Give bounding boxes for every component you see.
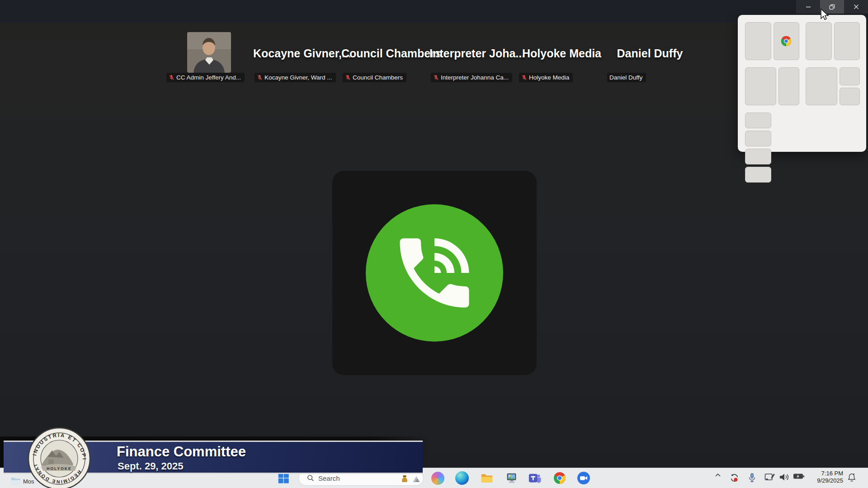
avatar <box>187 32 231 73</box>
muted-mic-icon <box>345 75 351 80</box>
snap-layout-cell[interactable] <box>745 167 771 183</box>
participant-display-name: Interpreter Joha... <box>429 47 518 60</box>
meeting-date: Sept. 29, 2025 <box>118 460 184 472</box>
tray-hidden-icons-button[interactable] <box>713 473 722 477</box>
edge-app-icon[interactable] <box>455 471 469 485</box>
clock-date: 9/29/2025 <box>810 477 843 484</box>
muted-mic-icon <box>433 75 439 80</box>
snap-layout-left-plus-stack <box>806 67 860 105</box>
participant-nametag-label: Council Chambers <box>353 74 403 81</box>
city-seal: INDUSTRIA ET COPIA REGIMINE DONATA HOLYO… <box>28 427 91 488</box>
participant-tile[interactable]: Daniel Duffy Daniel Duffy <box>606 30 694 80</box>
window-controls <box>796 0 868 14</box>
tray-sync-record-icon[interactable] <box>729 473 740 483</box>
participant-tile[interactable]: Holyoke Media Holyoke Media <box>518 30 606 80</box>
participant-nametag: Kocayne Givner, Ward ... <box>255 73 336 82</box>
tray-battery-icon[interactable] <box>793 473 805 480</box>
snap-layouts-panel <box>738 15 866 152</box>
participant-nametag: Holyoke Media <box>519 73 573 82</box>
file-explorer-app-icon[interactable] <box>480 471 494 485</box>
phone-call-icon <box>388 227 481 319</box>
bell-icon <box>847 473 856 482</box>
snap-layout-cell[interactable] <box>774 22 800 60</box>
zoom-app-icon[interactable] <box>576 471 591 485</box>
phone-participant-tile[interactable] <box>332 171 537 375</box>
mouse-cursor <box>819 8 829 22</box>
teams-app-icon[interactable] <box>528 471 542 485</box>
tray-microphone-icon[interactable] <box>747 473 757 483</box>
participant-nametag-label: Interpreter Johanna Ca... <box>441 74 509 81</box>
participant-tile[interactable]: Kocayne Givner,... Kocayne Givner, Ward … <box>253 30 341 80</box>
snap-layout-quad <box>745 113 799 145</box>
snap-layout-cell[interactable] <box>834 22 860 60</box>
search-label: Search <box>318 474 394 482</box>
close-button[interactable] <box>844 0 868 14</box>
participant-display-name: Daniel Duffy <box>606 47 694 60</box>
muted-mic-icon <box>521 75 527 80</box>
chrome-icon <box>780 35 792 47</box>
participant-display-name: Kocayne Givner,... <box>253 47 341 60</box>
snap-layout-stack <box>840 67 860 105</box>
folder-icon <box>11 477 21 485</box>
battery-icon <box>793 473 805 480</box>
meeting-title: Finance Committee <box>117 444 246 460</box>
phone-green-circle <box>366 204 503 342</box>
participant-nametag: Interpreter Johanna Ca... <box>431 73 512 82</box>
snap-layout-two-columns-alt <box>806 22 860 60</box>
media-app-glyph <box>505 471 519 485</box>
snap-layout-cell[interactable] <box>806 67 837 105</box>
snap-layout-cell[interactable] <box>745 149 771 164</box>
chevron-up-icon <box>715 473 721 477</box>
participant-tile[interactable]: Council Chambers Council Chambers <box>341 30 429 80</box>
microphone-icon <box>748 473 756 483</box>
tray-speaker-icon[interactable] <box>778 473 790 482</box>
taskbar-clock[interactable]: 7:16 PM 9/29/2025 <box>810 470 843 484</box>
chrome-app-icon[interactable] <box>552 471 567 485</box>
speaker-icon <box>779 473 790 482</box>
participant-tile[interactable]: CC Admin Jeffery And... <box>165 30 253 80</box>
snap-layout-wide-left <box>745 67 799 105</box>
meeting-screen: CC Admin Jeffery And... Kocayne Givner,.… <box>0 0 868 488</box>
sync-record-icon <box>729 473 740 483</box>
participant-nametag: Daniel Duffy <box>607 73 646 82</box>
muted-mic-icon <box>169 75 175 80</box>
file-explorer-icon <box>480 471 494 485</box>
zoom-icon <box>576 471 591 485</box>
snap-layout-cell[interactable] <box>745 131 771 146</box>
snap-layout-two-columns <box>745 22 799 60</box>
teams-icon <box>528 471 542 485</box>
muted-mic-icon <box>257 75 263 80</box>
close-icon <box>853 4 859 10</box>
clock-time: 7:16 PM <box>810 470 843 477</box>
media-app-icon[interactable] <box>505 471 519 485</box>
snap-layout-cell[interactable] <box>745 67 776 105</box>
snap-layout-cell[interactable] <box>806 22 832 60</box>
minimize-button[interactable] <box>796 0 820 14</box>
snap-layout-cell[interactable] <box>840 88 860 106</box>
participant-display-name: Holyoke Media <box>518 47 606 60</box>
snap-layout-cell[interactable] <box>745 113 771 128</box>
participant-nametag-label: CC Admin Jeffery And... <box>176 74 241 81</box>
participant-display-name: Council Chambers <box>341 47 429 60</box>
participant-nametag-label: Kocayne Givner, Ward ... <box>264 74 332 81</box>
participant-tile[interactable]: Interpreter Joha... Interpreter Johanna … <box>429 30 518 80</box>
snap-layout-cell[interactable] <box>745 22 771 60</box>
screen-pen-icon <box>764 473 776 482</box>
snap-layout-cell[interactable] <box>778 67 799 105</box>
chrome-icon <box>553 471 566 485</box>
edge-icon <box>455 471 469 485</box>
restore-icon <box>829 4 835 10</box>
tray-screen-pen-icon[interactable] <box>764 473 776 482</box>
copilot-icon <box>431 472 444 485</box>
participant-nametag-label: Holyoke Media <box>529 74 569 81</box>
tray-notification-bell[interactable] <box>846 473 857 482</box>
copilot-app-icon[interactable] <box>430 471 445 485</box>
search-icon <box>307 474 314 482</box>
participant-nametag: Council Chambers <box>343 73 406 82</box>
participant-nametag: CC Admin Jeffery And... <box>166 73 245 82</box>
snap-layout-cell[interactable] <box>840 67 860 85</box>
profile-photo <box>187 32 231 73</box>
minimize-icon <box>805 4 811 10</box>
participant-nametag-label: Daniel Duffy <box>609 74 642 81</box>
seal-center-text: HOLYOKE <box>47 466 71 471</box>
